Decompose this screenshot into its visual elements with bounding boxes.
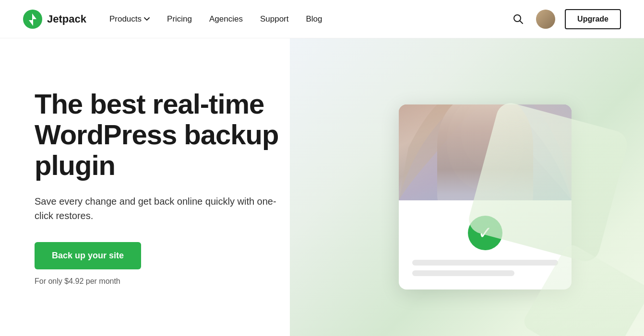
cta-button[interactable]: Back up your site — [35, 242, 141, 269]
jetpack-logo-icon — [23, 10, 42, 29]
pricing-note: For only $4.92 per month — [35, 277, 298, 286]
nav-agencies[interactable]: Agencies — [209, 14, 243, 24]
hero-content: The best real-time WordPress backup plug… — [0, 38, 326, 336]
avatar-image — [536, 10, 555, 29]
search-button[interactable] — [510, 11, 526, 27]
hero-section: The best real-time WordPress backup plug… — [0, 38, 644, 336]
nav-actions: Upgrade — [510, 9, 621, 29]
avatar[interactable] — [536, 10, 555, 29]
navbar: Jetpack Products Pricing Agencies Suppor… — [0, 0, 644, 38]
card-lines — [412, 260, 558, 276]
nav-pricing[interactable]: Pricing — [167, 14, 192, 24]
svg-line-2 — [520, 21, 523, 23]
card-line-2 — [412, 270, 514, 276]
chevron-down-icon — [144, 16, 150, 22]
logo-text: Jetpack — [47, 13, 86, 25]
nav-products[interactable]: Products — [109, 14, 150, 24]
search-icon — [513, 14, 524, 24]
hero-subtext: Save every change and get back online qu… — [35, 194, 284, 223]
card-line-1 — [412, 260, 558, 266]
logo-link[interactable]: Jetpack — [23, 10, 86, 29]
hero-headline: The best real-time WordPress backup plug… — [35, 89, 298, 180]
nav-support[interactable]: Support — [260, 14, 289, 24]
hero-visual: ✓ — [326, 38, 644, 336]
nav-blog[interactable]: Blog — [306, 14, 322, 24]
nav-links: Products Pricing Agencies Support Blog — [109, 14, 322, 24]
upgrade-button[interactable]: Upgrade — [565, 9, 621, 29]
